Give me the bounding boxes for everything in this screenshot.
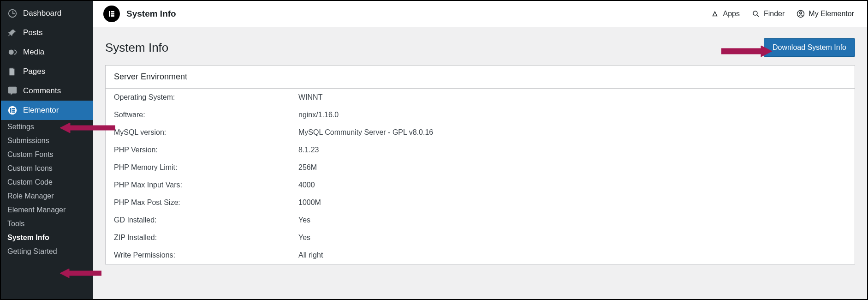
svg-point-11 <box>753 11 757 15</box>
svg-rect-8 <box>111 13 115 15</box>
kv-row: PHP Memory Limit:256M <box>106 159 855 176</box>
kv-key: MySQL version: <box>114 128 298 137</box>
svg-rect-3 <box>12 108 15 109</box>
kv-row: Software:nginx/1.16.0 <box>106 106 855 124</box>
dashboard-icon <box>7 8 18 18</box>
sidebar-item-dashboard[interactable]: Dashboard <box>1 4 93 23</box>
kv-key: PHP Memory Limit: <box>114 163 298 172</box>
sidebar-item-label: Comments <box>23 86 61 96</box>
svg-marker-10 <box>713 12 717 16</box>
kv-key: Write Permissions: <box>114 251 298 259</box>
topbar-link-label: Finder <box>764 10 785 18</box>
kv-value: WINNT <box>298 93 322 102</box>
sidebar-sub-role-manager[interactable]: Role Manager <box>1 189 93 203</box>
kv-key: PHP Max Post Size: <box>114 198 298 207</box>
search-icon <box>752 10 760 18</box>
kv-key: Software: <box>114 111 298 119</box>
kv-value: All right <box>298 251 323 259</box>
sidebar-sub-settings[interactable]: Settings <box>1 120 93 134</box>
topbar-link-label: My Elementor <box>809 10 854 18</box>
kv-row: PHP Version:8.1.23 <box>106 141 855 159</box>
sidebar-item-pages[interactable]: Pages <box>1 62 93 81</box>
svg-rect-9 <box>111 15 115 17</box>
topbar-link-label: Apps <box>723 10 739 18</box>
kv-value: nginx/1.16.0 <box>298 111 339 119</box>
kv-value: 4000 <box>298 181 315 189</box>
download-system-info-button[interactable]: Download System Info <box>764 38 855 57</box>
page-title: System Info <box>126 9 176 19</box>
sidebar-item-comments[interactable]: Comments <box>1 81 93 101</box>
kv-row: PHP Max Post Size:1000M <box>106 194 855 211</box>
sidebar-item-label: Posts <box>23 28 43 37</box>
user-icon <box>797 10 805 18</box>
sidebar-item-label: Media <box>23 48 44 57</box>
kv-value: Yes <box>298 216 310 224</box>
media-icon <box>7 47 18 57</box>
sidebar-item-elementor[interactable]: Elementor <box>1 101 93 120</box>
kv-value: 1000M <box>298 198 321 207</box>
svg-rect-5 <box>12 112 15 113</box>
pin-icon <box>7 28 18 38</box>
kv-row: ZIP Installed:Yes <box>106 229 855 246</box>
elementor-logo-icon <box>103 6 120 22</box>
kv-row: Operating System:WINNT <box>106 89 855 106</box>
kv-row: GD Installed:Yes <box>106 211 855 229</box>
sidebar-sub-custom-fonts[interactable]: Custom Fonts <box>1 148 93 162</box>
svg-point-14 <box>800 12 802 14</box>
pages-icon <box>7 66 18 77</box>
comment-icon <box>7 86 18 96</box>
kv-key: PHP Max Input Vars: <box>114 181 298 189</box>
admin-sidebar: Dashboard Posts Media Pages Comments <box>1 1 93 299</box>
kv-key: PHP Version: <box>114 146 298 154</box>
kv-key: Operating System: <box>114 93 298 102</box>
sidebar-sub-element-manager[interactable]: Element Manager <box>1 203 93 217</box>
kv-row: PHP Max Input Vars:4000 <box>106 176 855 194</box>
kv-value: 256M <box>298 163 317 172</box>
svg-rect-6 <box>109 11 110 17</box>
kv-key: ZIP Installed: <box>114 234 298 242</box>
kv-value: 8.1.23 <box>298 146 319 154</box>
kv-value: Yes <box>298 234 310 242</box>
sidebar-item-label: Elementor <box>23 106 59 115</box>
sidebar-sub-getting-started[interactable]: Getting Started <box>1 245 93 258</box>
svg-rect-2 <box>10 108 12 113</box>
content-title: System Info <box>105 41 168 55</box>
triangle-icon <box>711 10 719 18</box>
sidebar-sub-custom-icons[interactable]: Custom Icons <box>1 162 93 175</box>
panel-title: Server Environment <box>106 66 855 89</box>
elementor-icon <box>7 105 18 115</box>
svg-rect-4 <box>12 110 15 111</box>
svg-line-12 <box>757 15 759 17</box>
sidebar-item-label: Pages <box>23 67 45 76</box>
sidebar-item-label: Dashboard <box>23 9 61 18</box>
sidebar-item-posts[interactable]: Posts <box>1 23 93 42</box>
sidebar-sub-system-info[interactable]: System Info <box>1 231 93 245</box>
kv-key: GD Installed: <box>114 216 298 224</box>
sidebar-sub-custom-code[interactable]: Custom Code <box>1 175 93 189</box>
kv-row: Write Permissions:All right <box>106 246 855 264</box>
content: System Info Download System Info Server … <box>93 27 867 276</box>
server-environment-panel: Server Environment Operating System:WINN… <box>105 65 855 264</box>
svg-rect-7 <box>111 11 115 12</box>
topbar-link-my-elementor[interactable]: My Elementor <box>794 8 857 20</box>
kv-value: MySQL Community Server - GPL v8.0.16 <box>298 128 433 137</box>
main-area: System Info Apps Finder My Elementor <box>93 1 867 299</box>
sidebar-sub-submissions[interactable]: Submissions <box>1 134 93 148</box>
sidebar-item-media[interactable]: Media <box>1 42 93 62</box>
topbar: System Info Apps Finder My Elementor <box>93 1 867 27</box>
sidebar-sub-tools[interactable]: Tools <box>1 217 93 231</box>
topbar-link-apps[interactable]: Apps <box>708 8 742 20</box>
svg-point-0 <box>9 50 14 55</box>
kv-row: MySQL version:MySQL Community Server - G… <box>106 124 855 141</box>
topbar-link-finder[interactable]: Finder <box>749 8 787 20</box>
